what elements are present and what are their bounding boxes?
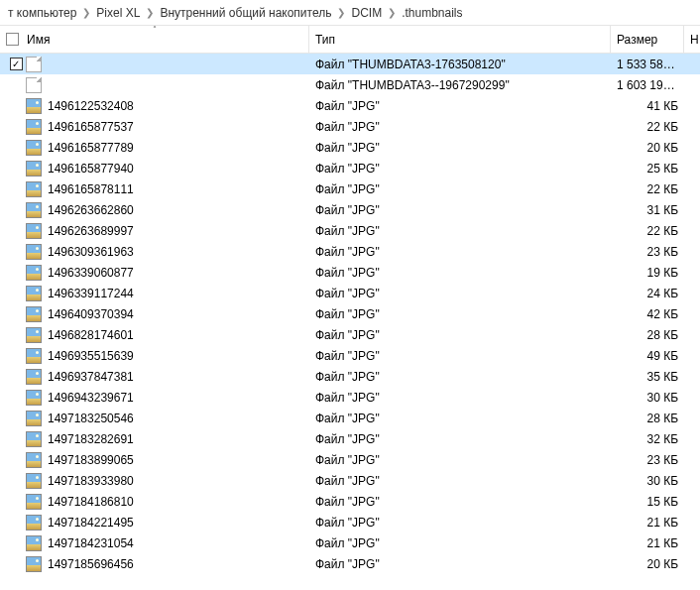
file-type-cell: Файл "JPG"	[309, 328, 611, 342]
file-name-label: 1496828174601	[48, 328, 303, 342]
file-row[interactable]: 1497184231054Файл "JPG"21 КБ	[0, 532, 700, 553]
file-row[interactable]: 1497183899065Файл "JPG"23 КБ	[0, 449, 700, 470]
breadcrumb-item[interactable]: Внутренний общий накопитель	[156, 6, 335, 20]
file-name-label: 1497183933980	[48, 474, 303, 488]
file-row[interactable]: 1496339117244Файл "JPG"24 КБ	[0, 283, 700, 303]
file-name-label: 1497184221495	[48, 516, 303, 530]
image-file-icon	[26, 265, 42, 281]
file-name-cell: 1496165877789	[0, 140, 309, 156]
breadcrumb-item[interactable]: .thumbnails	[398, 6, 466, 20]
file-row[interactable]: 1496122532408Файл "JPG"41 КБ	[0, 95, 700, 116]
column-header-extra[interactable]: Н	[684, 26, 700, 53]
file-type-cell: Файл "JPG"	[309, 120, 611, 134]
file-size-cell: 21 КБ	[611, 516, 684, 530]
file-type-cell: Файл "JPG"	[309, 162, 611, 176]
row-checkbox[interactable]: ✓	[10, 58, 23, 70]
file-type-cell: Файл "JPG"	[309, 412, 611, 425]
file-name-label: 1497184231054	[48, 536, 303, 550]
file-name-label: 1497185696456	[48, 557, 303, 571]
file-type-cell: Файл "JPG"	[309, 245, 611, 259]
select-all-checkbox[interactable]	[6, 33, 19, 46]
file-size-cell: 21 КБ	[611, 536, 684, 550]
file-size-cell: 24 КБ	[611, 287, 684, 300]
file-name-label: 1497184186810	[48, 495, 303, 509]
file-name-label: 1496165878111	[48, 182, 303, 196]
file-type-cell: Файл "JPG"	[309, 370, 611, 384]
file-size-cell: 1 533 587 КБ	[611, 58, 684, 71]
file-row[interactable]: 1496263689997Файл "JPG"22 КБ	[0, 220, 700, 241]
file-name-label: 1496165877940	[48, 162, 303, 176]
file-row[interactable]: 1496828174601Файл "JPG"28 КБ	[0, 324, 700, 345]
file-row[interactable]: 1497183250546Файл "JPG"28 КБ	[0, 408, 700, 428]
file-type-cell: Файл "JPG"	[309, 307, 611, 321]
image-file-icon	[26, 327, 42, 343]
column-label: Тип	[315, 33, 335, 47]
image-file-icon	[26, 515, 42, 531]
generic-file-icon	[26, 77, 42, 93]
file-row[interactable]: 1497185696456Файл "JPG"20 КБ	[0, 553, 700, 574]
file-row[interactable]: 1496935515639Файл "JPG"49 КБ	[0, 345, 700, 366]
breadcrumb-item[interactable]: DCIM	[347, 6, 386, 20]
file-name-cell	[0, 77, 309, 93]
column-label: Размер	[617, 33, 657, 47]
file-name-label: 1496339060877	[48, 266, 303, 280]
image-file-icon	[26, 348, 42, 364]
file-name-cell: 1496937847381	[0, 369, 309, 385]
file-row[interactable]: 1496165877940Файл "JPG"25 КБ	[0, 158, 700, 178]
column-header-type[interactable]: Тип	[309, 26, 611, 53]
breadcrumb-bar[interactable]: т компьютер ❯ Pixel XL ❯ Внутренний общи…	[0, 0, 700, 26]
file-size-cell: 30 КБ	[611, 391, 684, 405]
file-row[interactable]: Файл "THUMBDATA3--1967290299"1 603 197 К…	[0, 74, 700, 95]
file-name-cell: 1496122532408	[0, 98, 309, 114]
column-header-size[interactable]: Размер	[611, 26, 684, 53]
file-row[interactable]: 1497183933980Файл "JPG"30 КБ	[0, 470, 700, 491]
file-type-cell: Файл "JPG"	[309, 203, 611, 217]
file-name-cell: 1496339117244	[0, 286, 309, 301]
file-name-cell: 1496263662860	[0, 202, 309, 218]
file-name-label: 1496943239671	[48, 391, 303, 405]
image-file-icon	[26, 223, 42, 239]
row-checkbox-slot[interactable]: ✓	[6, 58, 26, 70]
file-name-label: 1497183250546	[48, 412, 303, 425]
image-file-icon	[26, 244, 42, 260]
file-row[interactable]: 1496165877537Файл "JPG"22 КБ	[0, 116, 700, 137]
file-name-label: 1496165877789	[48, 141, 303, 155]
file-name-cell: 1497183933980	[0, 473, 309, 489]
column-header-name[interactable]: Имя ˄	[0, 26, 309, 53]
image-file-icon	[26, 411, 42, 426]
file-type-cell: Файл "JPG"	[309, 141, 611, 155]
chevron-right-icon: ❯	[386, 7, 398, 18]
file-row[interactable]: 1497184186810Файл "JPG"15 КБ	[0, 491, 700, 512]
file-row[interactable]: 1497183282691Файл "JPG"32 КБ	[0, 428, 700, 449]
file-row[interactable]: 1496409370394Файл "JPG"42 КБ	[0, 303, 700, 324]
file-row[interactable]: 1496165878111Файл "JPG"22 КБ	[0, 178, 700, 199]
file-size-cell: 22 КБ	[611, 182, 684, 196]
file-name-cell: 1496409370394	[0, 306, 309, 322]
file-size-cell: 15 КБ	[611, 495, 684, 509]
file-row[interactable]: 1497184221495Файл "JPG"21 КБ	[0, 512, 700, 532]
file-size-cell: 42 КБ	[611, 307, 684, 321]
file-row[interactable]: 1496165877789Файл "JPG"20 КБ	[0, 137, 700, 158]
file-type-cell: Файл "JPG"	[309, 287, 611, 300]
file-row[interactable]: 1496263662860Файл "JPG"31 КБ	[0, 199, 700, 220]
image-file-icon	[26, 535, 42, 551]
file-row[interactable]: 1496309361963Файл "JPG"23 КБ	[0, 241, 700, 262]
file-row[interactable]: 1496943239671Файл "JPG"30 КБ	[0, 387, 700, 408]
file-list: ✓Файл "THUMBDATA3-1763508120"1 533 587 К…	[0, 54, 700, 574]
breadcrumb-item[interactable]: т компьютер	[4, 6, 80, 20]
file-size-cell: 32 КБ	[611, 432, 684, 446]
breadcrumb-item[interactable]: Pixel XL	[92, 6, 144, 20]
file-size-cell: 28 КБ	[611, 328, 684, 342]
generic-file-icon	[26, 57, 42, 72]
file-type-cell: Файл "JPG"	[309, 224, 611, 238]
file-name-label: 1496122532408	[48, 99, 303, 113]
file-row[interactable]: 1496937847381Файл "JPG"35 КБ	[0, 366, 700, 387]
file-name-cell: 1497185696456	[0, 556, 309, 572]
file-name-label: 1497183899065	[48, 453, 303, 467]
file-name-label: 1496263689997	[48, 224, 303, 238]
file-name-label: 1496263662860	[48, 203, 303, 217]
file-row[interactable]: 1496339060877Файл "JPG"19 КБ	[0, 262, 700, 283]
file-size-cell: 22 КБ	[611, 224, 684, 238]
file-row[interactable]: ✓Файл "THUMBDATA3-1763508120"1 533 587 К…	[0, 54, 700, 74]
image-file-icon	[26, 306, 42, 322]
